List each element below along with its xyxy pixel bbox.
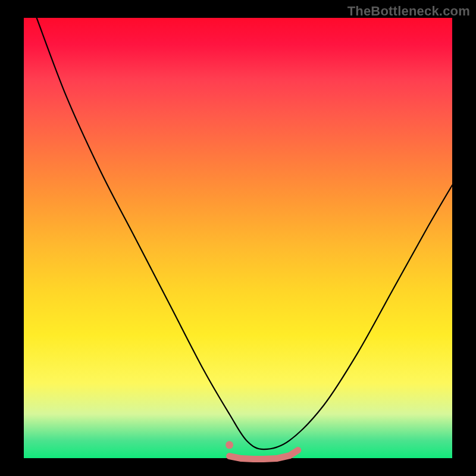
chart-svg <box>24 18 452 458</box>
bottleneck-curve <box>37 18 452 449</box>
trough-dot <box>226 441 233 449</box>
chart-frame: TheBottleneck.com <box>0 0 476 476</box>
watermark-text: TheBottleneck.com <box>347 4 470 19</box>
trough-marker <box>230 450 298 459</box>
plot-area <box>24 18 452 458</box>
